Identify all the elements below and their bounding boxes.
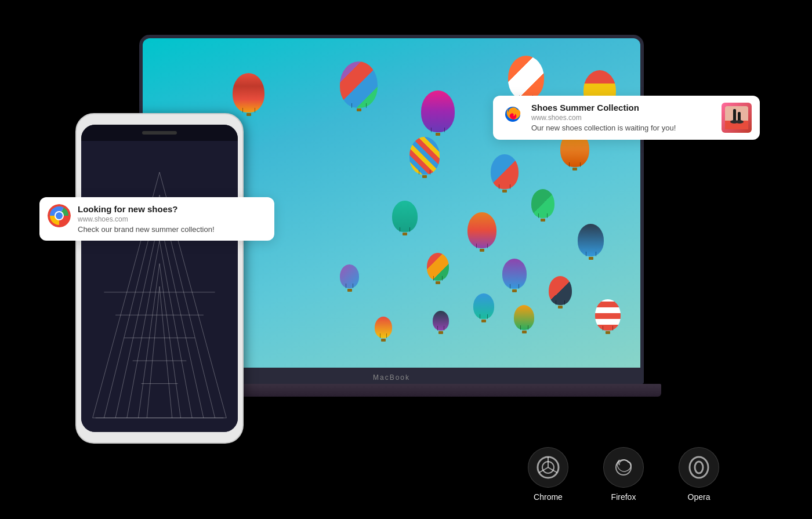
balloon-8	[409, 137, 440, 178]
svg-line-5	[115, 218, 160, 418]
firefox-icon-container	[501, 103, 524, 126]
chrome-browser-circle	[528, 447, 568, 488]
balloon-21	[433, 311, 449, 334]
svg-line-7	[127, 241, 160, 418]
svg-point-37	[690, 457, 708, 478]
firefox-notification-image	[722, 103, 752, 133]
browser-item-opera: Opera	[679, 447, 719, 502]
firefox-notification-text: Shoes Summer Collection www.shoes.com Ou…	[531, 103, 715, 132]
balloon-14	[502, 259, 527, 292]
firefox-notification-title: Shoes Summer Collection	[531, 103, 715, 112]
browser-item-chrome: Chrome	[528, 447, 568, 502]
svg-line-6	[160, 218, 204, 418]
phone	[75, 113, 244, 444]
firefox-notification: Shoes Summer Collection www.shoes.com Ou…	[493, 96, 760, 140]
phone-content	[81, 141, 238, 432]
chrome-notification-body: Check our brand new summer collection!	[78, 225, 266, 234]
firefox-notification-url: www.shoes.com	[531, 114, 715, 122]
svg-line-12	[160, 286, 172, 418]
balloon-16	[473, 293, 494, 322]
firefox-icon	[501, 103, 524, 126]
svg-point-38	[695, 462, 703, 473]
opera-browser-icon	[686, 455, 712, 480]
opera-browser-label: Opera	[688, 492, 710, 502]
browser-icons-section: Chrome Firefox Opera	[528, 447, 719, 502]
chrome-browser-label: Chrome	[534, 492, 563, 502]
balloon-1	[233, 73, 264, 116]
balloon-3	[421, 90, 455, 136]
balloon-9	[392, 201, 418, 235]
svg-line-11	[147, 286, 160, 418]
svg-point-30	[735, 120, 744, 124]
chrome-icon	[48, 204, 71, 227]
svg-line-8	[160, 241, 192, 418]
firefox-browser-circle	[603, 447, 644, 488]
balloon-17	[595, 299, 621, 334]
svg-rect-27	[733, 109, 736, 122]
balloon-18	[514, 305, 534, 333]
chrome-notification-text: Looking for new shoes? www.shoes.com Che…	[78, 204, 266, 234]
firefox-notification-body: Our new shoes collection is waiting for …	[531, 124, 715, 132]
firefox-browser-label: Firefox	[611, 492, 636, 502]
browser-item-firefox: Firefox	[603, 447, 644, 502]
balloon-13	[427, 253, 449, 284]
svg-point-22	[56, 212, 63, 219]
opera-browser-circle	[679, 447, 719, 488]
chrome-icon-container	[48, 204, 71, 227]
balloon-15	[549, 276, 572, 309]
chrome-notification-title: Looking for new shoes?	[78, 204, 266, 214]
chrome-browser-icon	[535, 455, 561, 480]
balloon-11	[531, 189, 554, 222]
laptop-brand-label: MacBook	[373, 373, 410, 382]
phone-screen	[81, 125, 238, 432]
firefox-browser-icon	[611, 455, 636, 480]
phone-speaker	[142, 131, 177, 135]
balloon-10	[467, 212, 496, 252]
phone-wallpaper	[81, 141, 238, 432]
balloon-19	[340, 264, 359, 292]
balloon-12	[578, 224, 604, 260]
balloon-20	[375, 317, 392, 342]
phone-notch	[81, 125, 238, 141]
chrome-notification: Looking for new shoes? www.shoes.com Che…	[39, 197, 274, 241]
balloon-2	[340, 61, 378, 111]
shoes-image	[725, 106, 748, 129]
balloon-7	[491, 154, 519, 193]
chrome-notification-url: www.shoes.com	[78, 215, 266, 223]
